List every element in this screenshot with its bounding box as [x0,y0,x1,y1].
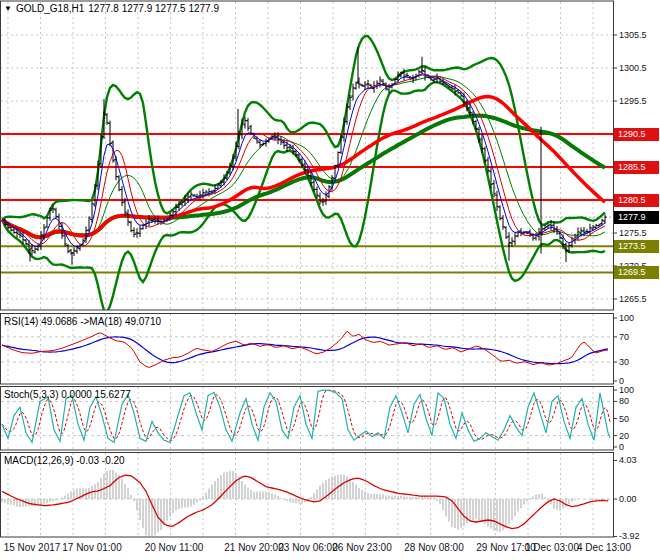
macd-tick-label: -3.92 [619,531,640,542]
time-axis-label: 23 Nov 06:00 [278,542,338,553]
time-axis-label: 20 Nov 11:00 [145,542,204,553]
time-axis-label: 21 Nov 20:00 [224,542,284,553]
chart-title-bar: ▼ GOLD_G18,H1 1277.8 1277.9 1277.5 1277.… [4,3,219,14]
symbol-quotes: 1277.8 1277.9 1277.5 1277.9 [88,3,219,14]
price-tick-label: 1265.5 [619,294,647,305]
macd-tick-label: 0.00 [619,494,637,505]
rsi-indicator-label: RSI(14) 49.0686 ->MA(18) 49.0710 [4,316,161,327]
stoch-tick-label: 100 [619,385,634,396]
time-axis-label: 26 Nov 23:00 [332,542,392,553]
stoch-tick-label: 50 [619,414,629,425]
time-axis-label: 4 Dec 13:00 [577,542,631,553]
price-marker-black: 1277.9 [614,211,659,224]
time-axis-label: 17 Nov 01:00 [62,542,122,553]
main-chart-panel[interactable] [0,1,614,311]
symbol-dropdown-icon[interactable]: ▼ [4,4,12,14]
price-tick-label: 1275.5 [619,228,647,239]
time-axis-label: 28 Nov 08:00 [404,542,464,553]
stoch-tick-label: 20 [619,431,629,442]
rsi-tick-label: 30 [619,357,629,368]
macd-tick-label: 4.03 [619,455,637,466]
price-tick-label: 1300.5 [619,63,647,74]
stochastic-indicator-label: Stoch(5,3,3) 0.0000 15.6277 [4,389,131,400]
price-marker-red: 1285.5 [614,161,659,174]
time-axis-label: 1 Dec 03:00 [525,542,579,553]
price-marker-olive: 1273.5 [614,240,659,253]
price-tick-label: 1295.5 [619,96,647,107]
time-axis-label: 15 Nov 2017 [4,542,61,553]
rsi-tick-label: 100 [619,313,634,324]
stoch-tick-label: 0 [619,442,624,453]
chart-window: ▼ GOLD_G18,H1 1277.8 1277.9 1277.5 1277.… [0,0,660,560]
price-marker-olive: 1269.5 [614,266,659,279]
price-marker-red: 1280.5 [614,194,659,207]
price-tick-label: 1305.5 [619,30,647,41]
macd-indicator-label: MACD(12,26,9) -0.03 -0.20 [4,455,125,466]
symbol-title: GOLD_G18,H1 [16,3,84,14]
price-marker-red: 1290.5 [614,128,659,141]
rsi-tick-label: 70 [619,332,629,343]
stoch-tick-label: 80 [619,396,629,407]
